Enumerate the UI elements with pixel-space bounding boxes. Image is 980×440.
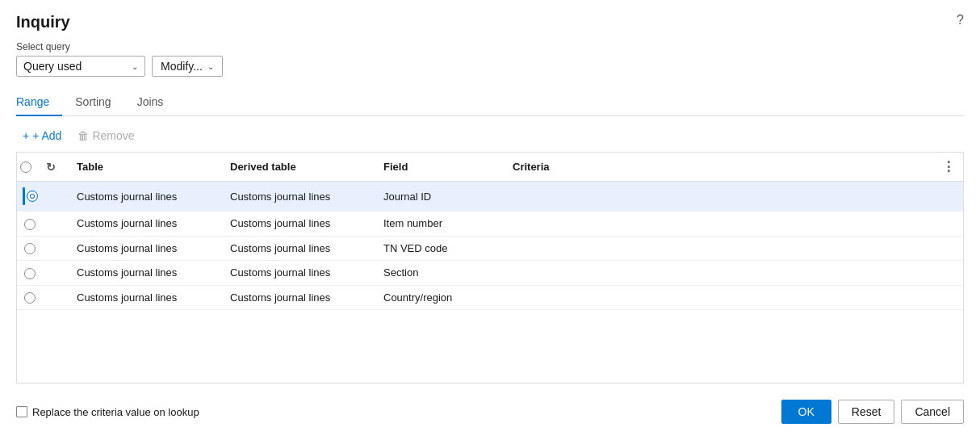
row-derived-table: Customs journal lines — [222, 285, 375, 310]
table-row[interactable]: Customs journal linesCustoms journal lin… — [17, 182, 963, 212]
row-derived-table: Customs journal lines — [222, 261, 375, 286]
col-header-derived-table: Derived table — [222, 153, 375, 182]
row-field: Section — [375, 261, 505, 286]
modify-dropdown-arrow: ⌄ — [207, 62, 214, 71]
row-criteria[interactable] — [505, 285, 934, 310]
dialog-title: Inquiry — [16, 13, 70, 31]
col-header-refresh: ↻ — [43, 153, 69, 182]
column-menu-icon[interactable]: ⋮ — [942, 160, 955, 174]
row-icon-cell — [43, 261, 69, 286]
radio-circle[interactable] — [24, 268, 36, 279]
row-radio-cell — [17, 261, 43, 286]
dialog-header: Inquiry ? — [16, 13, 964, 31]
row-icon-cell — [43, 236, 69, 261]
radio-circle[interactable] — [27, 191, 38, 202]
tab-sorting[interactable]: Sorting — [75, 90, 124, 116]
refresh-icon: ↻ — [46, 161, 56, 174]
row-field: TN VED code — [375, 236, 505, 261]
help-icon[interactable]: ? — [957, 13, 964, 27]
row-derived-table: Customs journal lines — [222, 182, 375, 212]
row-criteria[interactable] — [505, 261, 934, 286]
row-field: Item number — [375, 212, 505, 237]
replace-criteria-text: Replace the criteria value on lookup — [32, 406, 199, 418]
row-field: Journal ID — [375, 182, 505, 212]
row-criteria[interactable] — [505, 182, 934, 212]
replace-criteria-checkbox[interactable] — [16, 406, 27, 417]
tab-range[interactable]: Range — [16, 90, 62, 116]
selected-bar — [23, 187, 25, 205]
row-radio-cell — [17, 182, 43, 212]
row-table: Customs journal lines — [69, 212, 222, 237]
row-radio-cell — [17, 236, 43, 261]
row-table: Customs journal lines — [69, 236, 222, 261]
replace-criteria-label[interactable]: Replace the criteria value on lookup — [16, 406, 199, 418]
reset-button[interactable]: Reset — [838, 400, 895, 424]
row-icon-cell — [43, 285, 69, 310]
query-dropdown-arrow: ⌄ — [132, 62, 138, 71]
row-radio-cell — [17, 285, 43, 310]
select-query-label: Select query — [16, 41, 964, 52]
row-menu-cell — [934, 182, 963, 212]
radio-circle[interactable] — [24, 292, 36, 304]
row-icon-cell — [43, 182, 69, 212]
row-derived-table: Customs journal lines — [222, 212, 375, 237]
add-label: + Add — [32, 129, 61, 142]
row-field: Country/region — [375, 285, 505, 310]
action-buttons: OK Reset Cancel — [781, 400, 964, 424]
add-button[interactable]: + + Add — [16, 126, 68, 145]
col-header-table: Table — [69, 153, 222, 182]
radio-circle[interactable] — [24, 219, 36, 230]
col-header-menu: ⋮ — [934, 153, 963, 182]
controls-row: Query used ⌄ Modify... ⌄ — [16, 56, 964, 77]
cancel-button[interactable]: Cancel — [901, 400, 964, 424]
add-icon: + — [23, 129, 29, 142]
ok-button[interactable]: OK — [781, 400, 831, 424]
col-header-select — [17, 153, 43, 182]
tab-joins[interactable]: Joins — [137, 90, 177, 116]
table-row[interactable]: Customs journal linesCustoms journal lin… — [17, 285, 963, 310]
radio-circle[interactable] — [24, 243, 36, 254]
data-table: ↻ Table Derived table Field Criteria ⋮ C… — [17, 153, 963, 310]
toolbar: + + Add 🗑 Remove — [16, 126, 964, 145]
footer-row: Replace the criteria value on lookup OK … — [16, 393, 964, 427]
row-table: Customs journal lines — [69, 261, 222, 286]
row-icon-cell — [43, 212, 69, 237]
row-criteria[interactable] — [505, 236, 934, 261]
row-radio-cell — [17, 212, 43, 237]
trash-icon: 🗑 — [77, 129, 89, 142]
modify-button[interactable]: Modify... ⌄ — [152, 56, 223, 77]
tabs-bar: Range Sorting Joins — [16, 90, 964, 116]
table-row[interactable]: Customs journal linesCustoms journal lin… — [17, 236, 963, 261]
row-table: Customs journal lines — [69, 285, 222, 310]
remove-button[interactable]: 🗑 Remove — [71, 126, 140, 145]
col-header-criteria: Criteria — [505, 153, 934, 182]
table-row[interactable]: Customs journal linesCustoms journal lin… — [17, 212, 963, 237]
query-select-dropdown[interactable]: Query used ⌄ — [16, 56, 145, 77]
remove-label: Remove — [92, 129, 134, 142]
row-criteria[interactable] — [505, 212, 934, 237]
modify-label: Modify... — [161, 60, 203, 73]
row-table: Customs journal lines — [69, 182, 222, 212]
row-menu-cell — [934, 212, 963, 237]
row-menu-cell — [934, 285, 963, 310]
table-row[interactable]: Customs journal linesCustoms journal lin… — [17, 261, 963, 286]
col-header-field: Field — [375, 153, 505, 182]
row-derived-table: Customs journal lines — [222, 236, 375, 261]
inquiry-dialog: Inquiry ? Select query Query used ⌄ Modi… — [0, 0, 980, 440]
header-radio — [20, 161, 31, 173]
query-selected-value: Query used — [23, 60, 82, 73]
row-menu-cell — [934, 236, 963, 261]
row-menu-cell — [934, 261, 963, 286]
data-table-container: ↻ Table Derived table Field Criteria ⋮ C… — [16, 152, 964, 383]
